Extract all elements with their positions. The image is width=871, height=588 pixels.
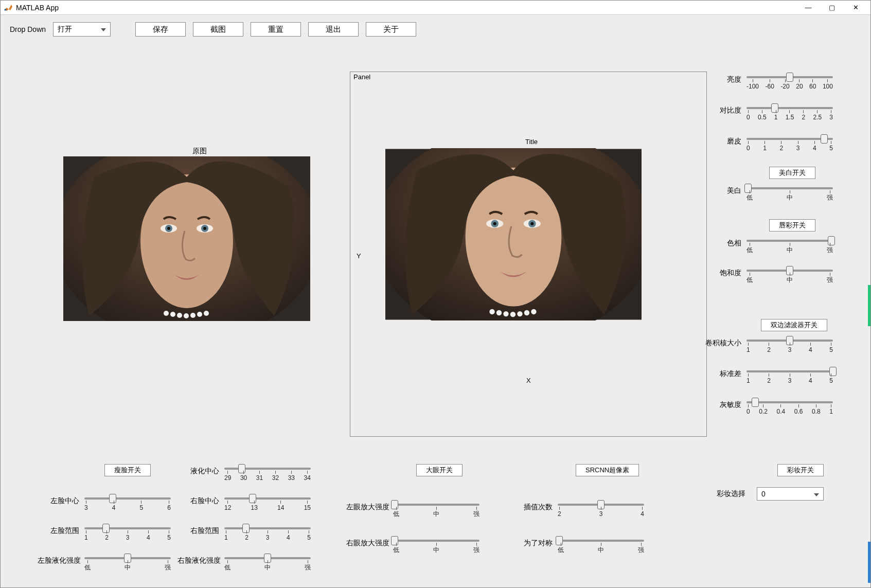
slider-track[interactable] [746,138,833,140]
screenshot-button[interactable]: 截图 [193,22,243,37]
tick: 强 [305,560,311,571]
tick: 1.5 [786,110,794,120]
about-button[interactable]: 关于 [366,22,416,37]
tick: -100 [746,79,759,90]
slider-ticks: 低中强 [393,507,479,517]
slider-label: 磨皮 [713,136,746,146]
result-title: Title [525,138,538,146]
open-dropdown[interactable]: 打开 [53,22,111,37]
slider-track[interactable] [224,527,311,529]
slider-track[interactable] [746,107,833,109]
svg-point-10 [170,312,175,317]
tick: 2 [767,343,771,353]
tick: 1 [84,530,88,541]
faceslim-button[interactable]: 瘦脸开关 [104,464,151,476]
tick: 0.6 [794,404,803,415]
slider-插值次数: 插值次数234 [519,502,644,517]
slider-ticks: 低中强 [746,273,833,283]
slider-ticks: 00.511.522.53 [746,110,833,120]
tick: 4 [641,507,644,517]
slider-ticks: 低中强 [224,560,311,571]
content-pane: Drop Down 打开 保存 截图 重置 退出 关于 原图 [1,15,870,587]
slider-ticks: 3456 [84,501,171,511]
slider-label: 饱和度 [713,268,746,278]
svg-point-29 [517,311,522,316]
tick: 15 [304,501,311,511]
matlab-icon [4,3,13,12]
slider-ticks: 12345 [746,343,833,353]
tick: 中 [264,560,271,571]
svg-point-26 [496,310,502,315]
tick: 1 [774,110,778,120]
exit-button[interactable]: 退出 [308,22,359,37]
minimize-button[interactable]: — [796,1,820,15]
slider-track[interactable] [746,76,833,78]
slider-track[interactable] [746,340,833,342]
slider-track[interactable] [746,187,833,189]
slider-对比度: 对比度00.511.522.53 [713,105,833,120]
slider-track[interactable] [224,497,311,500]
face-image-stub-original [63,156,310,321]
makeup-dropdown[interactable]: 0 [757,487,824,501]
slider-track[interactable] [224,468,311,470]
slider-track[interactable] [746,270,833,272]
slider-track[interactable] [393,540,479,542]
lipcolor-button[interactable]: 唇彩开关 [769,219,815,231]
slider-ticks: 293031323334 [224,471,311,481]
slider-track[interactable] [84,497,171,500]
svg-point-14 [197,312,202,317]
reset-button[interactable]: 重置 [251,22,301,37]
makeup-button[interactable]: 彩妆开关 [777,464,824,476]
slider-track[interactable] [558,540,644,542]
slider-track[interactable] [84,527,171,529]
tick: 30 [240,471,247,481]
slider-ticks: 低中强 [558,543,644,553]
svg-point-21 [493,222,496,225]
tick: -60 [766,79,774,90]
tick: 低 [746,273,753,283]
result-panel: Panel Title Y X [350,72,707,437]
bilateral-button[interactable]: 双边滤波器开关 [761,319,827,331]
slider-亮度: 亮度-100-60-202060100 [713,74,833,90]
whiten-button[interactable]: 美白开关 [769,167,815,179]
slider-track[interactable] [393,504,479,506]
tick: 5 [829,343,833,353]
slider-track[interactable] [84,557,171,559]
slider-track[interactable] [224,557,311,559]
slider-ticks: 12131415 [224,501,311,511]
slider-track[interactable] [746,240,833,242]
tick: -20 [780,79,789,90]
tick: 0.8 [812,404,821,415]
tick: 中 [787,273,793,283]
slider-美白: 美白低中强 [713,185,833,201]
tick: 低 [224,560,230,571]
tick: 6 [167,501,171,511]
save-button[interactable]: 保存 [135,22,186,37]
srcnn-button[interactable]: SRCNN超像素 [576,464,639,476]
slider-label: 标准差 [713,368,746,379]
slider-thumb[interactable] [752,398,759,407]
tick: 强 [165,560,171,571]
tick: 2 [780,141,784,151]
close-button[interactable]: ✕ [844,1,867,15]
tick: 强 [638,543,644,553]
slider-右脸中心: 右脸中心12131415 [186,495,311,511]
slider-label: 亮度 [713,74,746,84]
tick: 强 [473,507,479,517]
svg-point-5 [167,227,170,230]
tick: 4 [809,373,812,384]
tick: 3 [796,141,800,151]
tick: 3 [788,343,792,353]
slider-ticks: 低中强 [393,543,479,553]
maximize-button[interactable]: ▢ [820,1,844,15]
bigeye-button[interactable]: 大眼开关 [416,464,463,476]
svg-point-15 [204,311,209,316]
tick: 0 [746,110,750,120]
tick: 5 [307,530,311,541]
slider-track[interactable] [558,504,644,506]
tick: 低 [393,507,399,517]
slider-track[interactable] [746,370,833,372]
slider-thumb[interactable] [821,134,828,144]
panel-label: Panel [353,73,706,81]
slider-track[interactable] [746,401,833,403]
